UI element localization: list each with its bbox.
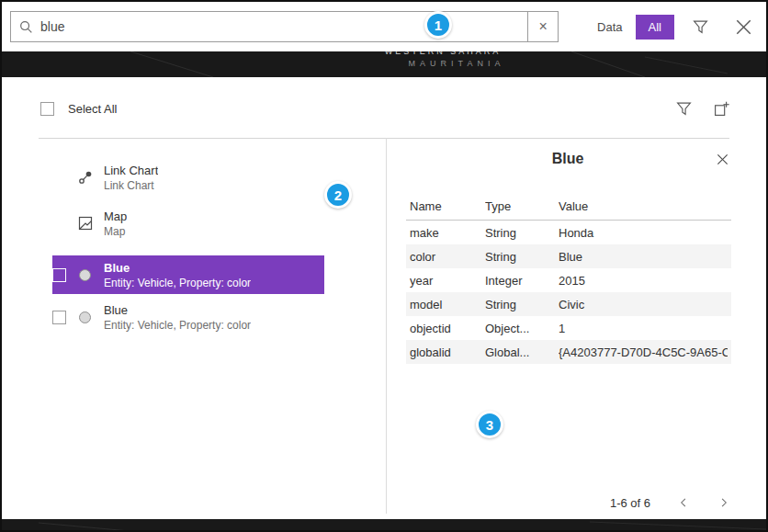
pagination-label: 1-6 of 6 — [610, 496, 650, 510]
table-row: globalid Global... {A4203777-D70D-4C5C-9… — [406, 340, 731, 364]
search-toolbar: × Data All — [2, 2, 766, 51]
add-to-list-icon[interactable] — [714, 101, 729, 117]
header-divider — [39, 138, 729, 139]
chevron-left-icon[interactable] — [676, 495, 691, 510]
annotation-callout-3: 3 — [476, 411, 503, 438]
cell-type: Integer — [485, 274, 559, 288]
cell-value: Honda — [559, 226, 728, 240]
item-subtitle: Entity: Vehicle, Property: color — [104, 319, 251, 332]
item-title: Blue — [104, 261, 251, 275]
entity-icon — [77, 311, 93, 323]
cell-type: String — [485, 298, 559, 311]
table-row: color String Blue — [406, 244, 731, 268]
item-subtitle: Link Chart — [104, 179, 158, 192]
search-input[interactable] — [40, 12, 527, 41]
cell-name: objectid — [410, 322, 485, 335]
item-subtitle: Map — [104, 225, 127, 238]
search-scope-toggle: Data All — [584, 15, 674, 40]
data-toggle-button[interactable]: Data — [584, 15, 635, 40]
column-header: Type — [485, 199, 559, 213]
cell-name: make — [410, 226, 485, 240]
cell-value: Civic — [559, 298, 728, 311]
table-row: make String Honda — [406, 221, 731, 244]
all-toggle-button[interactable]: All — [636, 15, 674, 40]
panel-actions — [676, 101, 729, 117]
item-checkbox[interactable] — [52, 311, 66, 324]
search-icon — [19, 20, 33, 34]
item-title: Blue — [104, 303, 251, 317]
select-all-control[interactable]: Select All — [40, 102, 117, 116]
map-label-mauritania: MAURITANIA — [388, 59, 525, 68]
entity-icon — [77, 269, 93, 281]
cell-type: Global... — [485, 345, 559, 359]
cell-type: String — [485, 250, 559, 264]
column-header: Value — [559, 199, 728, 213]
list-item-blue[interactable]: Blue Entity: Vehicle, Property: color — [52, 298, 324, 336]
detail-title: Blue — [406, 151, 729, 167]
table-header-row: Name Type Value — [406, 193, 731, 221]
cell-value: {A4203777-D70D-4C5C-9A65-C... — [559, 345, 728, 359]
app-window: WESTERN SAHARA MAURITANIA × Data All Sel… — [0, 0, 768, 532]
close-search-icon[interactable] — [732, 16, 755, 39]
pagination: 1-6 of 6 — [610, 495, 731, 510]
cell-value: 2015 — [559, 274, 728, 288]
table-row: year Integer 2015 — [406, 268, 731, 292]
table-row: objectid Object... 1 — [406, 316, 731, 340]
list-item-blue-selected[interactable]: Blue Entity: Vehicle, Property: color — [52, 255, 324, 294]
detail-close-icon[interactable] — [716, 153, 729, 166]
chevron-right-icon[interactable] — [717, 495, 731, 510]
list-item-link-chart[interactable]: Link Chart Link Chart — [52, 158, 324, 197]
cell-name: year — [410, 274, 485, 288]
annotation-callout-2: 2 — [324, 181, 352, 209]
search-box[interactable]: × — [10, 11, 559, 42]
list-detail-divider — [386, 138, 387, 514]
cell-value: 1 — [559, 322, 728, 335]
cell-type: Object... — [485, 322, 559, 335]
property-table: Name Type Value make String Honda color … — [406, 193, 731, 364]
column-header: Name — [410, 199, 485, 213]
list-item-map[interactable]: Map Map — [52, 204, 324, 243]
item-title: Link Chart — [104, 164, 158, 177]
cell-name: color — [410, 250, 485, 264]
cell-value: Blue — [559, 250, 728, 264]
link-chart-icon — [77, 170, 93, 185]
item-checkbox[interactable] — [52, 268, 66, 282]
cell-name: globalid — [410, 345, 485, 359]
results-filter-icon[interactable] — [676, 101, 692, 117]
select-all-checkbox[interactable] — [40, 102, 54, 116]
item-subtitle: Entity: Vehicle, Property: color — [104, 277, 251, 289]
filter-icon[interactable] — [689, 16, 712, 39]
select-all-label: Select All — [68, 102, 117, 116]
cell-name: model — [410, 298, 485, 311]
clear-search-button[interactable]: × — [527, 12, 558, 41]
panel-header: Select All — [40, 101, 729, 117]
map-icon — [77, 216, 93, 231]
item-title: Map — [104, 209, 127, 223]
cell-type: String — [485, 226, 559, 240]
table-row: model String Civic — [406, 292, 731, 316]
search-results-panel: Select All Link Chart Link Chart — [2, 77, 766, 519]
annotation-callout-1: 1 — [424, 11, 452, 39]
